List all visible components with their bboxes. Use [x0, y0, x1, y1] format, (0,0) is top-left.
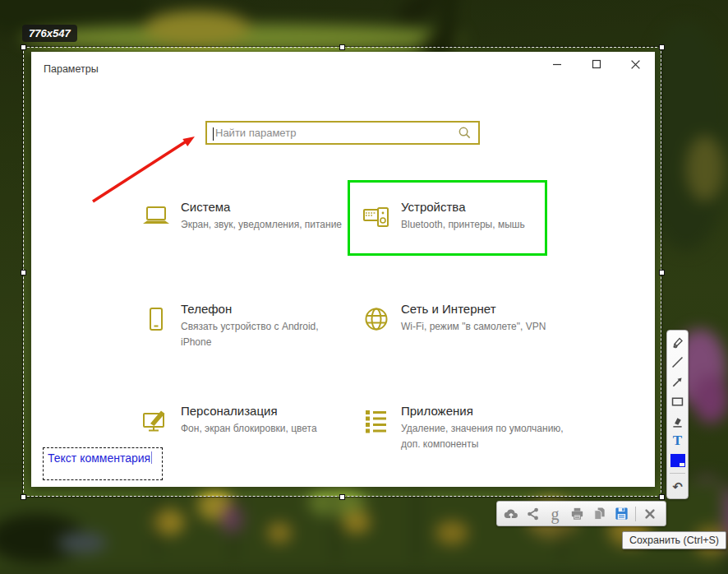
- share-button[interactable]: [524, 505, 541, 523]
- undo-button[interactable]: ↶: [667, 476, 688, 496]
- text-tool-icon: T: [673, 433, 682, 449]
- close-icon: [630, 59, 641, 70]
- tile-title: Система: [181, 200, 345, 214]
- settings-search-box[interactable]: [205, 121, 480, 145]
- apps-list-icon: [360, 403, 393, 439]
- phone-icon: [140, 301, 173, 337]
- toolbar-divider: [670, 473, 685, 474]
- selection-handle-top-middle[interactable]: [339, 44, 345, 50]
- tile-subtitle: Удаление, значения по умолчанию, доп. ко…: [401, 421, 565, 451]
- copy-icon: [592, 506, 607, 521]
- selection-handle-bottom-left[interactable]: [21, 494, 26, 500]
- tile-subtitle: Фон, экран блокировки, цвета: [181, 421, 345, 437]
- selection-handle-top-left[interactable]: [21, 44, 26, 50]
- toolbar-divider: [635, 507, 636, 521]
- tile-network[interactable]: Сеть и Интернет Wi-Fi, режим "в самолете…: [360, 299, 569, 337]
- tile-system[interactable]: Система Экран, звук, уведомления, питани…: [140, 197, 349, 235]
- highlight-rectangle-annotation[interactable]: [348, 180, 547, 256]
- color-swatch-icon: [670, 454, 685, 467]
- dim-mask-top: [0, 0, 728, 47]
- selection-handle-top-right[interactable]: [659, 44, 665, 50]
- globe-icon: [360, 301, 393, 337]
- drawing-tools-toolbar: T ↶: [666, 330, 689, 499]
- upload-cloud-button[interactable]: [502, 505, 519, 523]
- minimize-button[interactable]: [541, 53, 574, 75]
- save-floppy-icon: [614, 506, 629, 521]
- selection-handle-bottom-right[interactable]: [659, 494, 665, 500]
- screen-capture-overlay: 776x547 Параметры Сист: [0, 0, 728, 574]
- tile-subtitle: Связать устройство с Android, iPhone: [181, 319, 345, 349]
- google-search-button[interactable]: g: [546, 505, 564, 523]
- close-window-button[interactable]: [619, 53, 652, 75]
- save-tooltip: Сохранить (Ctrl+S): [622, 531, 726, 549]
- marker-tool-button[interactable]: [667, 412, 688, 432]
- minimize-icon: [552, 59, 562, 69]
- pen-tool-button[interactable]: [667, 333, 688, 353]
- close-icon: [643, 507, 657, 521]
- search-input[interactable]: [214, 126, 458, 140]
- text-annotation: Текст комментария: [48, 451, 150, 465]
- personalization-icon: [140, 403, 173, 439]
- search-icon: [458, 126, 472, 140]
- text-tool-button[interactable]: T: [667, 431, 688, 451]
- tile-subtitle: Экран, звук, уведомления, питание: [181, 217, 345, 233]
- tile-personalization[interactable]: Персонализация Фон, экран блокировки, цв…: [140, 401, 349, 439]
- tile-subtitle: Wi-Fi, режим "в самолете", VPN: [401, 319, 565, 335]
- color-picker-button[interactable]: [667, 451, 688, 470]
- arrow-icon: [670, 375, 684, 389]
- undo-icon: ↶: [672, 480, 683, 493]
- text-annotation-box[interactable]: Текст комментария: [43, 447, 163, 480]
- dim-mask-left: [0, 47, 23, 497]
- share-icon: [526, 507, 541, 521]
- tile-apps[interactable]: Приложения Удаление, значения по умолчан…: [360, 401, 569, 451]
- marker-icon: [670, 414, 684, 428]
- selection-handle-bottom-middle[interactable]: [339, 494, 345, 500]
- selection-handle-middle-right[interactable]: [659, 270, 665, 275]
- capture-actions-toolbar: g: [496, 501, 666, 526]
- selection-handle-middle-left[interactable]: [21, 270, 26, 275]
- window-title: Параметры: [44, 63, 99, 75]
- line-icon: [670, 355, 684, 369]
- print-button[interactable]: [569, 505, 586, 523]
- cloud-upload-icon: [503, 506, 519, 522]
- copy-button[interactable]: [591, 505, 608, 523]
- save-button[interactable]: [613, 505, 630, 523]
- tile-title: Телефон: [181, 302, 345, 316]
- line-tool-button[interactable]: [667, 353, 688, 373]
- rectangle-tool-button[interactable]: [667, 392, 688, 412]
- arrow-tool-button[interactable]: [667, 373, 688, 392]
- text-caret: [151, 451, 152, 464]
- tile-title: Сеть и Интернет: [401, 302, 565, 316]
- printer-icon: [569, 506, 585, 521]
- pencil-icon: [670, 336, 684, 349]
- tile-phone[interactable]: Телефон Связать устройство с Android, iP…: [140, 299, 349, 349]
- selection-size-badge: 776x547: [22, 25, 77, 42]
- text-caret: [213, 127, 214, 141]
- tile-title: Приложения: [401, 404, 565, 418]
- close-capture-button[interactable]: [641, 505, 658, 523]
- maximize-button[interactable]: [580, 53, 613, 75]
- google-icon: g: [551, 506, 560, 522]
- rectangle-icon: [670, 395, 684, 409]
- maximize-icon: [592, 59, 601, 69]
- system-laptop-icon: [140, 199, 173, 235]
- tile-title: Персонализация: [181, 404, 345, 418]
- settings-window: Параметры Система Экран,: [31, 52, 655, 487]
